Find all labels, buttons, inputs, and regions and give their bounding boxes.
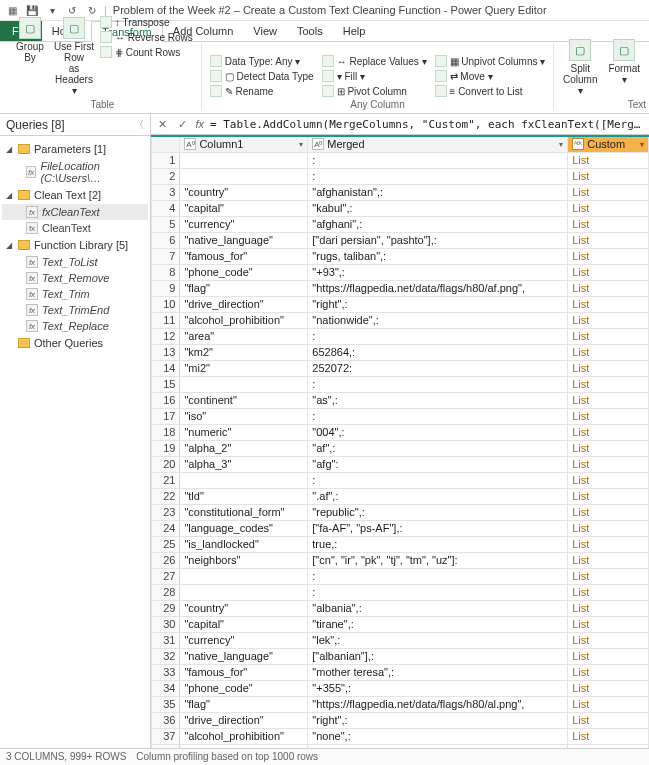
cell-merged[interactable]: : — [308, 168, 568, 184]
cell-column1[interactable]: "phone_code" — [180, 680, 308, 696]
rownum-cell[interactable]: 30 — [152, 616, 180, 632]
cell-column1[interactable]: "continent" — [180, 392, 308, 408]
table-row[interactable]: 2:List — [152, 168, 649, 184]
cell-custom[interactable]: List — [568, 312, 649, 328]
cell-column1[interactable]: "capital" — [180, 200, 308, 216]
cell-custom[interactable]: List — [568, 600, 649, 616]
cell-custom[interactable]: List — [568, 200, 649, 216]
filter-dropdown-icon[interactable]: ▾ — [559, 140, 563, 149]
cell-custom[interactable]: List — [568, 216, 649, 232]
ribbon-btn-group-by[interactable]: ▢GroupBy — [10, 15, 50, 65]
table-row[interactable]: 27:List — [152, 568, 649, 584]
rownum-cell[interactable]: 21 — [152, 472, 180, 488]
cell-merged[interactable]: "https://flagpedia.net/data/flags/h80/af… — [308, 280, 568, 296]
table-row[interactable]: 23"constitutional_form""republic",:List — [152, 504, 649, 520]
table-row[interactable]: 25"is_landlocked"true,:List — [152, 536, 649, 552]
expand-icon[interactable]: ◢ — [6, 241, 14, 250]
datatype-icon[interactable]: Aᴮ — [184, 138, 196, 150]
cell-column1[interactable]: "neighbors" — [180, 552, 308, 568]
table-row[interactable]: 1:List — [152, 152, 649, 168]
rownum-cell[interactable]: 26 — [152, 552, 180, 568]
cell-column1[interactable]: "native_language" — [180, 648, 308, 664]
cell-custom[interactable]: List — [568, 408, 649, 424]
rownum-cell[interactable]: 33 — [152, 664, 180, 680]
query-item-fxcleantext[interactable]: fxfxCleanText — [2, 204, 148, 220]
cell-custom[interactable]: List — [568, 456, 649, 472]
cell-merged[interactable]: "tirane",: — [308, 616, 568, 632]
cell-merged[interactable]: "mother teresa",: — [308, 664, 568, 680]
cell-merged[interactable]: "albania",: — [308, 600, 568, 616]
cell-merged[interactable]: : — [308, 152, 568, 168]
cell-custom[interactable]: List — [568, 248, 649, 264]
rownum-cell[interactable]: 37 — [152, 728, 180, 744]
rownum-cell[interactable]: 24 — [152, 520, 180, 536]
cell-column1[interactable]: "language_codes" — [180, 520, 308, 536]
tab-view[interactable]: View — [243, 21, 287, 41]
table-row[interactable]: 31"currency""lek",:List — [152, 632, 649, 648]
table-row[interactable]: 4"capital""kabul",:List — [152, 200, 649, 216]
datatype-icon[interactable]: ᴬᴮᶜ — [572, 138, 584, 150]
cell-custom[interactable]: List — [568, 360, 649, 376]
rownum-cell[interactable]: 4 — [152, 200, 180, 216]
cell-custom[interactable]: List — [568, 536, 649, 552]
table-row[interactable]: 35"flag""https://flagpedia.net/data/flag… — [152, 696, 649, 712]
table-row[interactable]: 22"tld"".af",:List — [152, 488, 649, 504]
table-row[interactable]: 14"mi2"252072:List — [152, 360, 649, 376]
ribbon-btn--replace-values-[interactable]: ↔ Replace Values ▾ — [320, 54, 429, 68]
cell-merged[interactable]: "afghani",: — [308, 216, 568, 232]
cell-merged[interactable]: "nationwide",: — [308, 312, 568, 328]
cell-custom[interactable]: List — [568, 328, 649, 344]
table-row[interactable]: 11"alcohol_prohibition""nationwide",:Lis… — [152, 312, 649, 328]
cell-column1[interactable]: "drive_direction" — [180, 296, 308, 312]
rownum-cell[interactable]: 22 — [152, 488, 180, 504]
ribbon-btn--detect-data-type[interactable]: ▢ Detect Data Type — [208, 69, 316, 83]
cell-column1[interactable]: "flag" — [180, 696, 308, 712]
cell-merged[interactable]: : — [308, 472, 568, 488]
cell-custom[interactable]: List — [568, 344, 649, 360]
tab-help[interactable]: Help — [333, 21, 376, 41]
cell-column1[interactable]: "country" — [180, 184, 308, 200]
table-row[interactable]: 36"drive_direction""right",:List — [152, 712, 649, 728]
query-item-text_trim[interactable]: fxText_Trim — [2, 286, 148, 302]
cell-column1[interactable] — [180, 472, 308, 488]
table-row[interactable]: 6"native_language"["dari persian", "pash… — [152, 232, 649, 248]
folder-parameters-1-[interactable]: ◢Parameters [1] — [2, 140, 148, 158]
rownum-cell[interactable]: 2 — [152, 168, 180, 184]
formula-commit-icon[interactable]: ✓ — [175, 118, 189, 131]
ribbon-btn-split-column-[interactable]: ▢SplitColumn ▾ — [560, 37, 600, 98]
cell-column1[interactable]: "iso" — [180, 408, 308, 424]
cell-merged[interactable]: "https://flagpedia.net/data/flags/h80/al… — [308, 696, 568, 712]
rownum-cell[interactable]: 16 — [152, 392, 180, 408]
cell-column1[interactable]: "country" — [180, 600, 308, 616]
table-row[interactable]: 16"continent""as",:List — [152, 392, 649, 408]
cell-custom[interactable]: List — [568, 504, 649, 520]
cell-custom[interactable]: List — [568, 376, 649, 392]
table-row[interactable]: 28:List — [152, 584, 649, 600]
cell-column1[interactable]: "alpha_3" — [180, 456, 308, 472]
cell-merged[interactable]: "none",: — [308, 728, 568, 744]
query-item-cleantext[interactable]: fxCleanText — [2, 220, 148, 236]
cell-custom[interactable]: List — [568, 520, 649, 536]
query-item-text_tolist[interactable]: fxText_ToList — [2, 254, 148, 270]
rownum-cell[interactable]: 35 — [152, 696, 180, 712]
cell-custom[interactable]: List — [568, 664, 649, 680]
rownum-cell[interactable]: 28 — [152, 584, 180, 600]
table-row[interactable]: 26"neighbors"["cn", "ir", "pk", "tj", "t… — [152, 552, 649, 568]
formula-cancel-icon[interactable]: ✕ — [155, 118, 169, 131]
ribbon-btn--convert-to-list[interactable]: ≡ Convert to List — [433, 84, 548, 98]
cell-column1[interactable] — [180, 568, 308, 584]
folder-function-library-5-[interactable]: ◢Function Library [5] — [2, 236, 148, 254]
cell-custom[interactable]: List — [568, 168, 649, 184]
cell-merged[interactable]: ".af",: — [308, 488, 568, 504]
table-row[interactable]: 33"famous_for""mother teresa",:List — [152, 664, 649, 680]
cell-custom[interactable]: List — [568, 280, 649, 296]
table-row[interactable]: 29"country""albania",:List — [152, 600, 649, 616]
cell-merged[interactable]: : — [308, 568, 568, 584]
cell-column1[interactable]: "is_landlocked" — [180, 536, 308, 552]
rownum-cell[interactable]: 32 — [152, 648, 180, 664]
table-row[interactable]: 30"capital""tirane",:List — [152, 616, 649, 632]
cell-custom[interactable]: List — [568, 440, 649, 456]
column-header-merged[interactable]: AᴮMerged▾ — [308, 136, 568, 152]
datatype-icon[interactable]: Aᴮ — [312, 138, 324, 150]
rownum-cell[interactable]: 23 — [152, 504, 180, 520]
